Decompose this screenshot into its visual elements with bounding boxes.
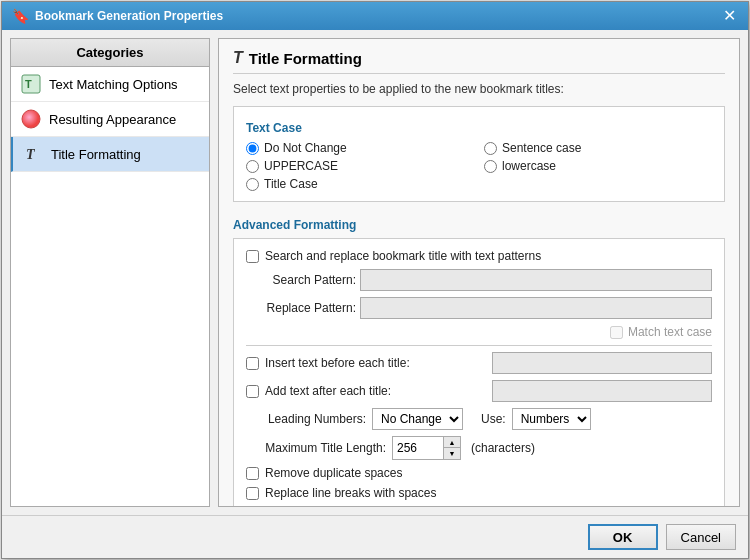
insert-before-checkbox[interactable] — [246, 357, 259, 370]
sidebar-item-resulting-appearance[interactable]: Resulting Appearance — [11, 102, 209, 137]
search-pattern-row: Search Pattern: — [246, 269, 712, 291]
replace-line-breaks-row: Replace line breaks with spaces — [246, 486, 712, 500]
sidebar-item-title-formatting[interactable]: T Title Formatting — [11, 137, 209, 172]
add-after-input[interactable] — [492, 380, 712, 402]
text-case-title: Text Case — [246, 121, 712, 135]
right-panel: T Title Formatting Select text propertie… — [218, 38, 740, 507]
search-pattern-input[interactable] — [360, 269, 712, 291]
max-title-length-input[interactable] — [393, 437, 443, 459]
replace-pattern-row: Replace Pattern: — [246, 297, 712, 319]
radio-label-uppercase: UPPERCASE — [264, 159, 338, 173]
dialog-footer: OK Cancel — [2, 515, 748, 558]
radio-sentence-case[interactable]: Sentence case — [484, 141, 712, 155]
dialog-body: Categories T Text Matching Options — [2, 30, 748, 515]
remove-duplicate-spaces-label: Remove duplicate spaces — [265, 466, 402, 480]
header-t-icon: T — [233, 49, 243, 67]
svg-text:T: T — [25, 78, 32, 90]
replace-pattern-input[interactable] — [360, 297, 712, 319]
sidebar-label-title-formatting: Title Formatting — [51, 147, 141, 162]
advanced-section: Advanced Formatting Search and replace b… — [233, 214, 725, 507]
add-after-label: Add text after each title: — [265, 384, 486, 398]
dialog-icon: 🔖 — [12, 8, 29, 24]
dialog-window: 🔖 Bookmark Generation Properties ✕ Categ… — [1, 1, 749, 559]
spinner-down-button[interactable]: ▼ — [444, 448, 460, 459]
radio-title-case[interactable]: Title Case — [246, 177, 474, 191]
leading-numbers-label: Leading Numbers: — [246, 412, 366, 426]
radio-label-do-not-change: Do Not Change — [264, 141, 347, 155]
max-title-length-label: Maximum Title Length: — [246, 441, 386, 455]
leading-numbers-select[interactable]: No Change Remove Add — [372, 408, 463, 430]
advanced-section-title: Advanced Formatting — [233, 218, 725, 232]
svg-point-2 — [22, 110, 40, 128]
radio-input-uppercase[interactable] — [246, 160, 259, 173]
sidebar-label-text-matching: Text Matching Options — [49, 77, 178, 92]
match-case-checkbox[interactable] — [610, 326, 623, 339]
max-spinner: ▲ ▼ — [443, 437, 460, 459]
radio-label-lowercase: lowercase — [502, 159, 556, 173]
sidebar-item-text-matching[interactable]: T Text Matching Options — [11, 67, 209, 102]
add-after-checkbox[interactable] — [246, 385, 259, 398]
dialog-title: Bookmark Generation Properties — [35, 9, 223, 23]
right-panel-title: Title Formatting — [249, 50, 362, 67]
replace-line-breaks-checkbox[interactable] — [246, 487, 259, 500]
spinner-up-button[interactable]: ▲ — [444, 437, 460, 448]
resulting-appearance-icon — [21, 109, 41, 129]
max-title-length-input-wrap: ▲ ▼ — [392, 436, 461, 460]
leading-numbers-row: Leading Numbers: No Change Remove Add Us… — [246, 408, 712, 430]
advanced-bordered: Search and replace bookmark title with t… — [233, 238, 725, 507]
sidebar-label-resulting-appearance: Resulting Appearance — [49, 112, 176, 127]
use-select[interactable]: Numbers Letters Roman — [512, 408, 591, 430]
text-case-section: Text Case Do Not Change Sentence case UP… — [233, 106, 725, 202]
match-case-row: Match text case — [246, 325, 712, 339]
search-replace-label: Search and replace bookmark title with t… — [265, 249, 541, 263]
radio-uppercase[interactable]: UPPERCASE — [246, 159, 474, 173]
close-button[interactable]: ✕ — [721, 8, 738, 24]
categories-panel: Categories T Text Matching Options — [10, 38, 210, 507]
title-bar: 🔖 Bookmark Generation Properties ✕ — [2, 2, 748, 30]
radio-lowercase[interactable]: lowercase — [484, 159, 712, 173]
ok-button[interactable]: OK — [588, 524, 658, 550]
radio-input-title-case[interactable] — [246, 178, 259, 191]
remove-duplicate-spaces-row: Remove duplicate spaces — [246, 466, 712, 480]
text-matching-svg: T — [21, 74, 41, 94]
insert-before-row: Insert text before each title: — [246, 352, 712, 374]
match-case-inner: Match text case — [610, 325, 712, 339]
radio-input-lowercase[interactable] — [484, 160, 497, 173]
radio-input-sentence-case[interactable] — [484, 142, 497, 155]
radio-label-title-case: Title Case — [264, 177, 318, 191]
radio-do-not-change[interactable]: Do Not Change — [246, 141, 474, 155]
insert-before-input[interactable] — [492, 352, 712, 374]
resulting-appearance-svg — [21, 109, 41, 129]
cancel-button[interactable]: Cancel — [666, 524, 736, 550]
svg-text:T: T — [26, 147, 36, 162]
text-matching-icon: T — [21, 74, 41, 94]
divider-1 — [246, 345, 712, 346]
right-panel-header: T Title Formatting — [233, 49, 725, 74]
title-formatting-svg: T — [23, 144, 43, 164]
radio-input-do-not-change[interactable] — [246, 142, 259, 155]
radio-group: Do Not Change Sentence case UPPERCASE lo… — [246, 141, 712, 191]
max-title-length-row: Maximum Title Length: ▲ ▼ (characters) — [246, 436, 712, 460]
replace-line-breaks-label: Replace line breaks with spaces — [265, 486, 436, 500]
use-label: Use: — [481, 412, 506, 426]
characters-label: (characters) — [471, 441, 535, 455]
radio-label-sentence-case: Sentence case — [502, 141, 581, 155]
categories-header: Categories — [11, 39, 209, 67]
insert-before-label: Insert text before each title: — [265, 356, 486, 370]
replace-pattern-label: Replace Pattern: — [246, 301, 356, 315]
subtitle-text: Select text properties to be applied to … — [233, 82, 725, 96]
remove-duplicate-spaces-checkbox[interactable] — [246, 467, 259, 480]
search-pattern-label: Search Pattern: — [246, 273, 356, 287]
search-replace-row: Search and replace bookmark title with t… — [246, 249, 712, 263]
title-formatting-icon: T — [23, 144, 43, 164]
match-case-label: Match text case — [628, 325, 712, 339]
title-bar-left: 🔖 Bookmark Generation Properties — [12, 8, 223, 24]
add-after-row: Add text after each title: — [246, 380, 712, 402]
search-replace-checkbox[interactable] — [246, 250, 259, 263]
